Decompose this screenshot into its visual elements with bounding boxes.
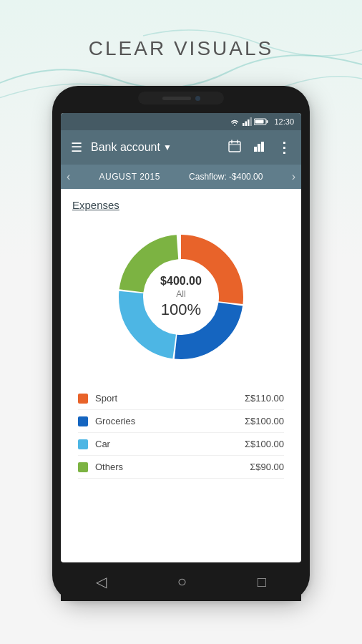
toolbar-title-text: Bank account [91,141,160,154]
donut-chart [109,225,253,369]
phone-frame: 12:30 ☰ Bank account ▼ [52,86,310,601]
svg-rect-5 [267,120,268,123]
legend-left: Car [78,439,110,449]
phone-top-bar [138,92,224,104]
svg-rect-0 [243,123,245,126]
calendar-icon-button[interactable] [224,135,245,160]
legend-left: Sport [78,393,117,404]
list-item: Sport Σ$110.00 [78,387,284,410]
legend-name-car: Car [95,439,110,449]
svg-rect-6 [255,120,264,124]
chart-icon-button[interactable] [248,135,270,160]
next-month-button[interactable]: › [292,170,295,183]
list-item: Car Σ$100.00 [78,433,284,456]
wifi-icon [230,117,240,126]
dropdown-icon[interactable]: ▼ [163,142,172,152]
menu-icon[interactable]: ☰ [67,135,87,160]
phone-bottom-nav: ◁ ○ □ [61,562,301,601]
svg-rect-2 [248,119,250,126]
chart-legend: Sport Σ$110.00 Groceries Σ$100.00 Car [72,387,290,479]
legend-color-sport [78,394,88,404]
legend-left: Groceries [78,416,135,426]
phone-screen: 12:30 ☰ Bank account ▼ [61,113,301,562]
legend-amount-car: Σ$100.00 [245,439,284,449]
content-area: Expenses [61,189,301,489]
battery-icon [254,117,268,126]
svg-rect-7 [229,142,240,152]
svg-rect-3 [250,117,253,126]
calendar-icon [228,140,241,152]
legend-name-groceries: Groceries [95,416,135,426]
legend-left: Others [78,462,123,472]
svg-rect-13 [261,142,264,152]
recents-button[interactable]: □ [258,574,266,590]
section-title: Expenses [72,199,290,211]
home-button[interactable]: ○ [177,572,187,591]
phone-speaker [162,97,191,100]
cashflow-label: Cashflow: -$400.00 [189,172,263,182]
legend-amount-sport: Σ$110.00 [245,393,284,404]
signal-icon [242,117,252,126]
prev-month-button[interactable]: ‹ [67,170,70,183]
legend-name-sport: Sport [95,393,117,404]
back-button[interactable]: ◁ [96,573,107,590]
svg-rect-1 [245,122,248,127]
legend-color-others [78,462,88,472]
more-options-button[interactable]: ⋮ [273,135,295,160]
legend-color-groceries [78,416,88,426]
list-item: Others Σ$90.00 [78,456,284,479]
bar-chart-icon [253,140,265,152]
phone-camera [195,96,200,101]
svg-rect-11 [254,147,257,152]
month-bar: ‹ AUGUST 2015 Cashflow: -$400.00 › [61,165,301,189]
status-bar: 12:30 [61,113,301,130]
toolbar-actions: ⋮ [224,135,295,160]
legend-amount-others: Σ$90.00 [250,462,284,472]
toolbar-title: Bank account ▼ [91,141,220,154]
status-time: 12:30 [274,117,294,126]
month-label: AUGUST 2015 [99,172,160,182]
page-title: CLEAR VISUALS [0,37,362,60]
legend-color-car [78,439,88,449]
toolbar: ☰ Bank account ▼ [61,130,301,165]
list-item: Groceries Σ$100.00 [78,410,284,433]
svg-rect-12 [258,144,260,152]
donut-chart-container: $400.00 All 100% [72,218,290,376]
legend-name-others: Others [95,462,123,472]
legend-amount-groceries: Σ$100.00 [245,416,284,426]
status-icons [230,117,268,126]
